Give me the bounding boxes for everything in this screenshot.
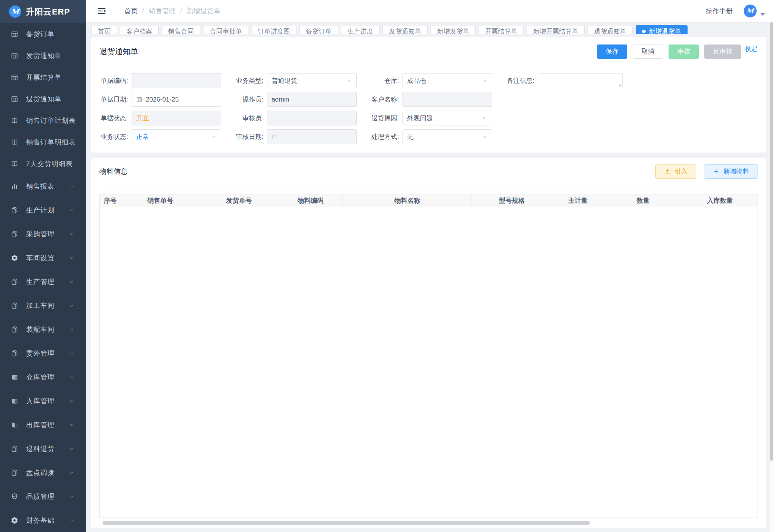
audit-date-label: 审核日期: [235, 133, 267, 141]
user-menu-caret-icon[interactable] [760, 13, 765, 16]
operator-input: admin [267, 92, 357, 107]
table-grid-icon [11, 52, 18, 60]
sidebar-item-label: 车间设置 [26, 253, 55, 262]
sidebar-item-outsourcing-mgmt[interactable]: 委外管理 [0, 341, 86, 365]
breadcrumb-separator: / [142, 7, 144, 15]
sidebar-item-inbound-mgmt[interactable]: 入库管理 [0, 389, 86, 413]
tab-customer-file[interactable]: 客户档案 [120, 25, 159, 34]
sidebar-item-label: 加工车间 [26, 301, 55, 310]
biz-status-value: 正常 [136, 133, 211, 141]
sidebar-item-label: 入库管理 [26, 397, 55, 406]
doc-date-date[interactable]: 2026-01-25 [132, 92, 221, 107]
sidebar-item-shipping-notice[interactable]: 发货通知单 [0, 45, 86, 66]
user-avatar[interactable]: M [744, 5, 757, 17]
documents-icon [11, 230, 18, 238]
sidebar-item-stock-order[interactable]: 备货订单 [0, 23, 86, 45]
field-operator: 操作员:admin [235, 92, 370, 107]
vertical-scrollbar-thumb[interactable] [770, 22, 773, 461]
sidebar-item-finance-basic[interactable]: 财务基础 [0, 508, 86, 532]
sidebar-item-inventory-transfer[interactable]: 盘点调拨 [0, 461, 86, 485]
field-doc-code: 单据编码: [99, 73, 235, 88]
sidebar-item-invoice-settlement[interactable]: 开票结算单 [0, 66, 86, 88]
table-grid-icon [11, 30, 18, 38]
tab-return-notice[interactable]: 退货通知单 [588, 25, 633, 34]
materials-title: 物料信息 [99, 167, 128, 176]
column-header: 销售单号 [121, 194, 200, 207]
chevron-down-icon [69, 422, 74, 428]
tab-shipping-notice[interactable]: 发货通知单 [382, 25, 428, 34]
journal-icon [11, 373, 18, 381]
calendar-icon [272, 133, 278, 140]
warehouse-select[interactable]: 成品仓 [402, 73, 492, 88]
field-doc-status: 单据状态:开立 [99, 111, 235, 125]
sidebar-item-workshop-settings[interactable]: 车间设置 [0, 246, 86, 270]
tab-label: 新增开票结算单 [533, 27, 578, 34]
breadcrumb-home[interactable]: 首页 [124, 6, 138, 15]
sidebar-item-sales-order-detail[interactable]: 销售订单明细表 [0, 131, 86, 153]
documents-icon [11, 350, 18, 357]
field-biz-status: 业务状态:正常 [99, 129, 235, 144]
tab-invoice-settle[interactable]: 开票结算单 [479, 25, 524, 34]
tab-new-invoice-settle[interactable]: 新增开票结算单 [527, 25, 585, 34]
sidebar-item-label: 开票结算单 [26, 73, 62, 82]
sidebar-item-outbound-mgmt[interactable]: 出库管理 [0, 413, 86, 437]
doc-status-label: 单据状态: [99, 114, 132, 123]
tab-production-progress[interactable]: 生产进度 [341, 25, 380, 34]
import-button[interactable]: 引入 [655, 164, 696, 179]
sidebar-item-purchase-mgmt[interactable]: 采购管理 [0, 222, 86, 246]
sidebar-collapse-icon[interactable] [97, 6, 106, 16]
app-title: 升阳云ERP [26, 6, 70, 17]
sidebar-menu: 备货订单发货通知单开票结算单退货通知单销售订单计划表销售订单明细表7天交货明细表… [0, 23, 86, 532]
sidebar-item-production-plan[interactable]: 生产计划 [0, 198, 86, 222]
tab-new-shipping[interactable]: 新增发货单 [431, 25, 476, 34]
handle-method-select[interactable]: 无 [402, 129, 492, 144]
cancel-button[interactable]: 取消 [633, 44, 663, 59]
biz-type-select[interactable]: 普通退货 [267, 73, 357, 88]
sidebar-item-sales-report[interactable]: 销售报表 [0, 174, 86, 198]
collapse-link[interactable]: 收起 [744, 44, 758, 53]
tab-contract-approval[interactable]: 合同审批单 [203, 25, 248, 34]
sidebar-item-delivery-7day-detail[interactable]: 7天交货明细表 [0, 153, 86, 174]
sidebar-item-label: 7天交货明细表 [26, 159, 73, 168]
return-reason-select[interactable]: 外观问题 [402, 111, 492, 125]
add-material-button[interactable]: 新增物料 [704, 164, 758, 179]
sidebar-item-processing-workshop[interactable]: 加工车间 [0, 294, 86, 318]
unaudit-button: 反审核 [704, 44, 741, 59]
sidebar-item-sales-order-plan[interactable]: 销售订单计划表 [0, 110, 86, 131]
remark-textarea[interactable] [538, 73, 623, 88]
manual-link[interactable]: 操作手册 [706, 6, 733, 15]
sidebar-item-production-mgmt[interactable]: 生产管理 [0, 270, 86, 294]
sidebar-item-warehouse-mgmt[interactable]: 仓库管理 [0, 365, 86, 389]
form-title: 退货通知单 [99, 46, 138, 57]
doc-code-input [132, 73, 221, 88]
remark-label: 备注信息: [506, 76, 538, 85]
chevron-down-icon [211, 134, 217, 140]
tab-label: 订单进度图 [258, 27, 290, 34]
sidebar-item-assembly-workshop[interactable]: 装配车间 [0, 318, 86, 341]
tab-home[interactable]: 首页 [91, 25, 117, 34]
breadcrumb-sales-mgmt[interactable]: 销售管理 [149, 6, 176, 15]
save-button[interactable]: 保存 [597, 44, 627, 59]
chevron-down-icon [69, 446, 74, 452]
chevron-down-icon [69, 494, 74, 499]
tab-stock-order[interactable]: 备货订单 [299, 25, 338, 34]
sidebar-item-label: 销售报表 [26, 182, 55, 191]
horizontal-scrollbar-thumb[interactable] [103, 521, 590, 525]
tab-new-return[interactable]: 新增退货单 [636, 25, 688, 34]
tab-sales-contract[interactable]: 销售合同 [162, 25, 200, 34]
biz-status-select[interactable]: 正常 [132, 129, 221, 144]
chevron-down-icon [69, 279, 74, 285]
sidebar-item-return-notice[interactable]: 退货通知单 [0, 88, 86, 110]
sidebar-item-quality-mgmt[interactable]: 品质管理 [0, 485, 86, 508]
tab-order-progress[interactable]: 订单进度图 [251, 25, 296, 34]
sidebar-item-label: 生产管理 [26, 277, 55, 286]
sidebar-item-material-return[interactable]: 退料退货 [0, 437, 86, 461]
gear-icon [11, 517, 18, 524]
field-audit-date: 审核日期: [235, 129, 370, 144]
sidebar-item-label: 退货通知单 [26, 94, 62, 103]
biz-type-label: 业务类型: [235, 76, 267, 85]
tab-label: 合同审批单 [210, 27, 242, 34]
sidebar-item-label: 委外管理 [26, 349, 55, 358]
tab-label: 备货订单 [306, 27, 332, 34]
chevron-down-icon [69, 350, 74, 356]
